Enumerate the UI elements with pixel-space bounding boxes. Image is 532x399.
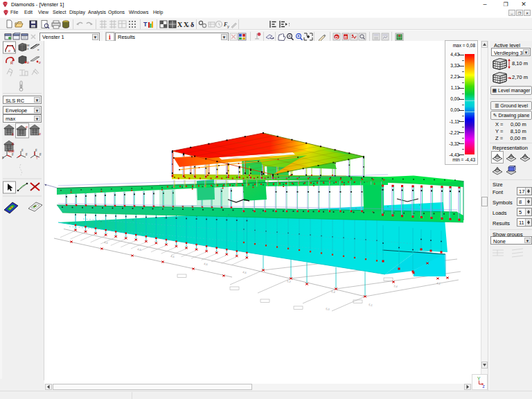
svg-text:y: y [227,24,229,28]
svg-text:δ: δ [190,21,194,28]
svg-text:σ: σ [39,61,41,64]
svg-text:²: ² [188,24,189,28]
svg-text:R: R [344,35,348,39]
svg-text:i: i [109,33,111,41]
svg-text:5,0: 5,0 [326,307,330,311]
svg-text:4,5: 4,5 [104,240,109,245]
svg-text:5,4: 5,4 [331,290,336,294]
svg-text:5,2: 5,2 [287,279,292,283]
svg-text:z: z [483,384,485,389]
svg-text:σ: σ [39,132,42,136]
svg-text:R: R [10,61,13,65]
svg-text:Y: Y [477,376,481,381]
svg-text:T: T [36,157,38,160]
svg-text:4,5: 4,5 [242,270,247,274]
svg-text:V: V [27,47,29,51]
svg-text:4,5: 4,5 [170,254,175,258]
svg-text:Χ: Χ [177,21,183,28]
svg-text:F: F [21,149,24,152]
svg-text:F: F [12,153,14,157]
svg-text:σ: σ [27,60,30,64]
svg-text:4,1: 4,1 [436,281,441,285]
svg-text:3,4: 3,4 [393,284,398,288]
svg-text:T: T [143,21,148,28]
svg-text:σ: σ [37,48,39,51]
svg-text:F: F [39,153,42,157]
svg-text:5,1: 5,1 [369,303,373,307]
svg-text:δ: δ [12,132,14,136]
svg-text:8,10 m: 8,10 m [512,60,528,66]
svg-text:4,5: 4,5 [204,262,209,266]
svg-text:4,5: 4,5 [137,247,142,251]
svg-text:F: F [2,157,4,160]
svg-text:F: F [12,142,14,146]
svg-text:D: D [335,35,339,39]
svg-text:F: F [26,153,28,157]
svg-text:2,70 m: 2,70 m [512,74,528,80]
svg-text:F: F [8,149,10,152]
svg-text:F: F [35,149,37,152]
